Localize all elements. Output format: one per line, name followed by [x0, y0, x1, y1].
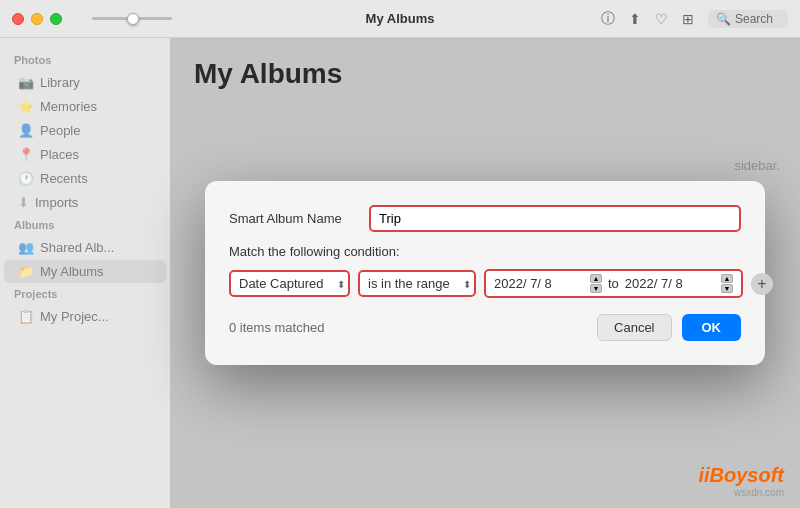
- shared-albums-icon: 👥: [18, 240, 34, 255]
- sidebar-item-label: Recents: [40, 171, 88, 186]
- sidebar-section-projects: Projects: [0, 284, 170, 304]
- info-icon[interactable]: ⓘ: [601, 10, 615, 28]
- sidebar: Photos 📷 Library ⭐ Memories 👤 People 📍 P…: [0, 38, 170, 508]
- places-icon: 📍: [18, 147, 34, 162]
- memories-icon: ⭐: [18, 99, 34, 114]
- main-content: Photos 📷 Library ⭐ Memories 👤 People 📍 P…: [0, 38, 800, 508]
- title-bar: My Albums ⓘ ⬆ ♡ ⊞ 🔍 Search: [0, 0, 800, 38]
- condition-label: Match the following condition:: [229, 244, 741, 259]
- search-bar[interactable]: 🔍 Search: [708, 10, 788, 28]
- imports-icon: ⬇: [18, 195, 29, 210]
- modal-backdrop: Smart Album Name Match the following con…: [170, 38, 800, 508]
- items-matched: 0 items matched: [229, 320, 324, 335]
- date-from-stepper[interactable]: ▲ ▼: [590, 274, 602, 293]
- watermark-brand: iiBoysoft: [698, 464, 784, 487]
- date-range-group: ▲ ▼ to ▲ ▼: [484, 269, 743, 298]
- smart-album-dialog: Smart Album Name Match the following con…: [205, 181, 765, 365]
- my-albums-icon: 📁: [18, 264, 34, 279]
- app-window: My Albums ⓘ ⬆ ♡ ⊞ 🔍 Search Photos 📷 Libr…: [0, 0, 800, 508]
- sidebar-item-label: Imports: [35, 195, 78, 210]
- sidebar-item-imports[interactable]: ⬇ Imports: [4, 191, 166, 214]
- search-icon: 🔍: [716, 12, 731, 26]
- watermark-sub: wsxdn.com: [698, 487, 784, 498]
- sidebar-section-albums: Albums: [0, 215, 170, 235]
- dialog-footer: 0 items matched Cancel OK: [229, 314, 741, 341]
- name-row: Smart Album Name: [229, 205, 741, 232]
- sidebar-item-label: My Albums: [40, 264, 104, 279]
- sidebar-item-places[interactable]: 📍 Places: [4, 143, 166, 166]
- sidebar-item-label: People: [40, 123, 80, 138]
- slider-track: [92, 17, 172, 20]
- sidebar-item-label: Shared Alb...: [40, 240, 114, 255]
- date-to-input[interactable]: [625, 276, 715, 291]
- title-bar-title: My Albums: [366, 11, 435, 26]
- heart-icon[interactable]: ♡: [655, 11, 668, 27]
- cancel-button[interactable]: Cancel: [597, 314, 671, 341]
- close-button[interactable]: [12, 13, 24, 25]
- search-placeholder: Search: [735, 12, 773, 26]
- date-to-stepper[interactable]: ▲ ▼: [721, 274, 733, 293]
- footer-buttons: Cancel OK: [597, 314, 741, 341]
- recents-icon: 🕐: [18, 171, 34, 186]
- sidebar-item-library[interactable]: 📷 Library: [4, 71, 166, 94]
- slider-control[interactable]: [92, 17, 172, 20]
- title-bar-controls: ⓘ ⬆ ♡ ⊞ 🔍 Search: [601, 10, 788, 28]
- grid-icon[interactable]: ⊞: [682, 11, 694, 27]
- my-projects-icon: 📋: [18, 309, 34, 324]
- field-select[interactable]: Date Captured: [229, 270, 350, 297]
- slider-thumb: [127, 13, 139, 25]
- smart-album-name-input[interactable]: [369, 205, 741, 232]
- people-icon: 👤: [18, 123, 34, 138]
- condition-row: Date Captured is in the range: [229, 269, 741, 298]
- date-to-up[interactable]: ▲: [721, 274, 733, 283]
- sidebar-item-recents[interactable]: 🕐 Recents: [4, 167, 166, 190]
- sidebar-item-my-projects[interactable]: 📋 My Projec...: [4, 305, 166, 328]
- date-from-input[interactable]: [494, 276, 584, 291]
- watermark-name: iBoysoft: [704, 464, 784, 486]
- date-from-up[interactable]: ▲: [590, 274, 602, 283]
- name-label: Smart Album Name: [229, 211, 359, 226]
- add-condition-button[interactable]: +: [751, 273, 773, 295]
- sidebar-item-label: Places: [40, 147, 79, 162]
- library-icon: 📷: [18, 75, 34, 90]
- sidebar-section-photos: Photos: [0, 50, 170, 70]
- traffic-lights: [12, 13, 62, 25]
- sidebar-item-memories[interactable]: ⭐ Memories: [4, 95, 166, 118]
- date-to-down[interactable]: ▼: [721, 284, 733, 293]
- field-select-wrapper[interactable]: Date Captured: [229, 270, 350, 297]
- sidebar-item-my-albums[interactable]: 📁 My Albums: [4, 260, 166, 283]
- date-from-down[interactable]: ▼: [590, 284, 602, 293]
- ok-button[interactable]: OK: [682, 314, 742, 341]
- maximize-button[interactable]: [50, 13, 62, 25]
- sidebar-item-label: My Projec...: [40, 309, 109, 324]
- upload-icon[interactable]: ⬆: [629, 11, 641, 27]
- sidebar-item-shared-albums[interactable]: 👥 Shared Alb...: [4, 236, 166, 259]
- date-to-label: to: [608, 276, 619, 291]
- content-area: My Albums sidebar. Smart Album Name Matc…: [170, 38, 800, 508]
- condition-select[interactable]: is in the range: [358, 270, 476, 297]
- minimize-button[interactable]: [31, 13, 43, 25]
- watermark: iiBoysoft wsxdn.com: [698, 464, 784, 498]
- sidebar-item-label: Memories: [40, 99, 97, 114]
- condition-select-wrapper[interactable]: is in the range: [358, 270, 476, 297]
- sidebar-item-label: Library: [40, 75, 80, 90]
- sidebar-item-people[interactable]: 👤 People: [4, 119, 166, 142]
